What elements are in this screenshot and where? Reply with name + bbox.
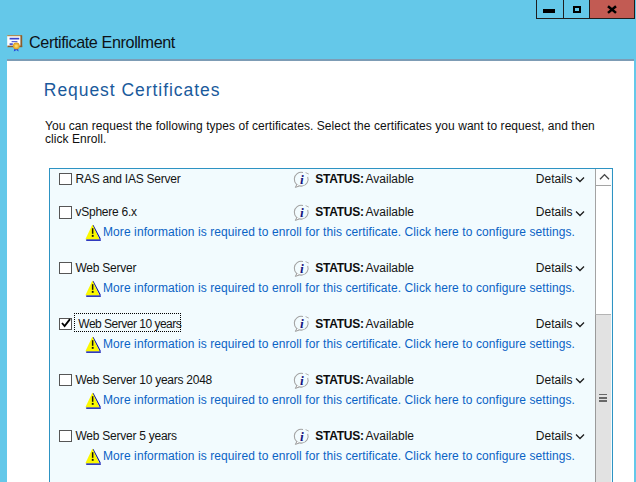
- svg-text:i: i: [300, 316, 304, 331]
- svg-text:i: i: [300, 373, 304, 388]
- svg-text:i: i: [300, 429, 304, 444]
- svg-text:i: i: [300, 172, 304, 187]
- svg-text:i: i: [300, 261, 304, 276]
- svg-text:i: i: [300, 205, 304, 220]
